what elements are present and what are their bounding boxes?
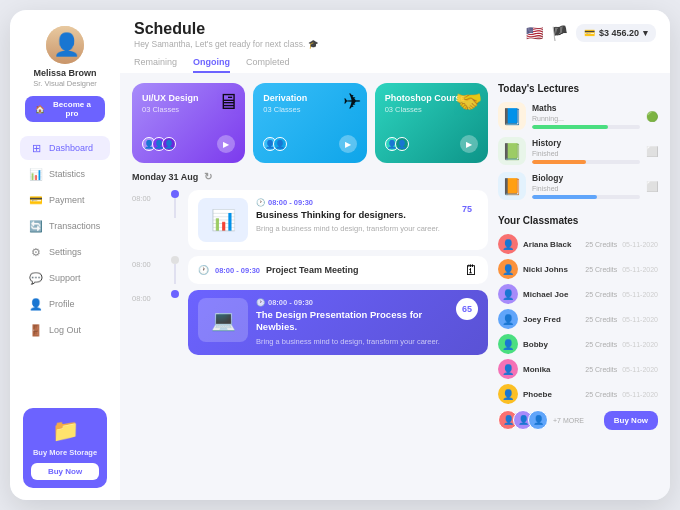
tab-remaining[interactable]: Remaining [134,57,177,73]
play-button[interactable]: ▶ [339,135,357,153]
classmate-credits: 25 Credits [585,391,617,398]
toggle-icon[interactable]: ⬜ [646,181,658,192]
schedule-date-row: Monday 31 Aug ↻ [132,171,488,182]
sidebar: Melissa Brown Sr. Visual Designer 🏠 Beco… [10,10,120,500]
lecture-info: Maths Running... [532,103,640,129]
classmate-avatar: 👤 [498,334,518,354]
event-time: 🕐 08:00 - 09:30 [256,198,448,207]
classmate-date: 05-11-2020 [622,391,658,398]
classmate-item: 👤 Monika 25 Credits 05-11-2020 [498,359,658,379]
lecture-status: Finished [532,185,640,192]
sidebar-item-support[interactable]: 💬 Support [20,266,110,290]
avatar [46,26,84,64]
classmate-name: Phoebe [523,390,580,399]
toggle-icon[interactable]: ⬜ [646,146,658,157]
flag-icon: 🇺🇸 [526,25,543,41]
classmate-name: Michael Joe [523,290,580,299]
classmate-credits: 25 Credits [585,366,617,373]
classmate-credits: 25 Credits [585,341,617,348]
classmate-credits: 25 Credits [585,291,617,298]
become-pro-button[interactable]: 🏠 Become a pro [25,96,105,122]
classmate-name: Nicki Johns [523,265,580,274]
sidebar-item-dashboard[interactable]: ⊞ Dashboard [20,136,110,160]
classmate-date: 05-11-2020 [622,316,658,323]
classmate-avatar: 👤 [498,384,518,404]
card-icon: 💳 [584,28,595,38]
classmate-credits: 25 Credits [585,316,617,323]
classmate-item: 👤 Nicki Johns 25 Credits 05-11-2020 [498,259,658,279]
classmate-item: 👤 Ariana Black 25 Credits 05-11-2020 [498,234,658,254]
more-count: +7 MORE [553,417,584,424]
tab-completed[interactable]: Completed [246,57,290,73]
support-icon: 💬 [30,272,42,284]
nav-items: ⊞ Dashboard 📊 Statistics 💳 Payment 🔄 Tra… [10,136,120,342]
progress-bar [532,195,640,199]
student-avatar: 👤 [395,137,409,151]
schedule-title-area: Schedule Hey Samantha, Let's get ready f… [134,20,319,73]
sidebar-item-profile[interactable]: 👤 Profile [20,292,110,316]
sidebar-item-settings[interactable]: ⚙ Settings [20,240,110,264]
event-card-business: 📊 🕐 08:00 - 09:30 Business Thinking for … [188,190,488,250]
classmate-credits: 25 Credits [585,266,617,273]
lectures-title: Today's Lectures [498,83,658,94]
classmate-date: 05-11-2020 [622,291,658,298]
classmates-footer: 👤 👤 👤 +7 MORE Buy Now [498,410,658,430]
chevron-down-icon[interactable]: ▾ [643,28,648,38]
classmate-avatar: 👤 [498,309,518,329]
logout-icon: 🚪 [30,324,42,336]
classmate-avatar: 👤 [498,234,518,254]
history-icon: 📗 [498,137,526,165]
clock-icon: 🕐 [256,198,265,207]
classmate-name: Bobby [523,340,580,349]
photoshop-icon: 🤝 [455,89,482,115]
play-button[interactable]: ▶ [217,135,235,153]
time-label: 08:00 [132,190,162,203]
lecture-item-history: 📗 History Finished ⬜ [498,137,658,165]
classmate-credits: 25 Credits [585,241,617,248]
timeline-line [174,264,176,284]
clock-icon: 🕐 [256,298,265,307]
timeline-dot [171,190,179,198]
event-time: 🕐 08:00 - 09:30 [256,298,448,307]
sidebar-item-transactions[interactable]: 🔄 Transactions [20,214,110,238]
classmate-name: Ariana Black [523,240,580,249]
toggle-icon[interactable]: 🟢 [646,111,658,122]
classmate-date: 05-11-2020 [622,366,658,373]
sidebar-item-logout[interactable]: 🚪 Log Out [20,318,110,342]
student-avatar: 👤 [162,137,176,151]
uiux-icon: 🖥 [217,89,239,115]
maths-icon: 📘 [498,102,526,130]
calendar-icon: 🗓 [464,262,478,278]
storage-text: Buy More Storage [33,448,97,457]
classmate-name: Monika [523,365,580,374]
lecture-item-biology: 📙 Biology Finished ⬜ [498,172,658,200]
timeline-item: 08:00 🕐 08:00 - 09:30 Project Team Meeti… [132,256,488,284]
progress-fill [532,195,597,199]
classmate-item: 👤 Joey Fred 25 Credits 05-11-2020 [498,309,658,329]
flag-icon-2: 🏴 [551,25,568,41]
balance-badge: 💳 $3 456.20 ▾ [576,24,656,42]
more-avatars: 👤 👤 👤 +7 MORE [498,410,584,430]
event-desc: Bring a business mind to design, transfo… [256,337,448,348]
buy-now-button[interactable]: Buy Now [604,411,658,430]
buy-storage-button[interactable]: Buy Now [31,463,99,480]
classmate-avatar: 👤 [498,359,518,379]
time-label: 08:00 [132,256,162,269]
classmate-item: 👤 Phoebe 25 Credits 05-11-2020 [498,384,658,404]
lecture-name: History [532,138,640,148]
classmate-date: 05-11-2020 [622,241,658,248]
event-desc: Bring a business mind to design, transfo… [256,224,448,235]
profile-icon: 👤 [30,298,42,310]
play-button[interactable]: ▶ [460,135,478,153]
classmate-item: 👤 Bobby 25 Credits 05-11-2020 [498,334,658,354]
classmate-name: Joey Fred [523,315,580,324]
refresh-icon[interactable]: ↻ [204,171,212,182]
event-title: Business Thinking for designers. [256,209,448,221]
sidebar-item-statistics[interactable]: 📊 Statistics [20,162,110,186]
event-score: 65 [456,298,478,320]
classmate-date: 05-11-2020 [622,266,658,273]
sidebar-item-payment[interactable]: 💳 Payment [20,188,110,212]
event-info: 🕐 08:00 - 09:30 Business Thinking for de… [256,198,448,235]
progress-bar [532,160,640,164]
tab-ongoing[interactable]: Ongoing [193,57,230,73]
